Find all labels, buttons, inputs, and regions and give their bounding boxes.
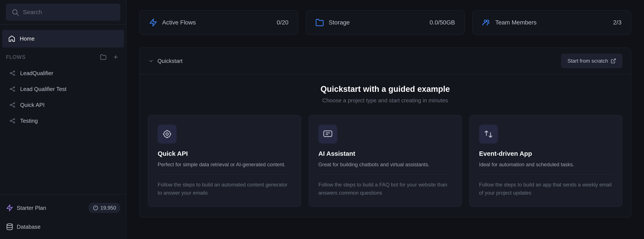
svg-marker-29: [150, 19, 156, 26]
flow-icon: [9, 117, 16, 124]
main-content: Active Flows 0/20 Storage 0.0/50GB: [126, 0, 644, 239]
template-divider: [479, 174, 613, 175]
stat-value: 0/20: [277, 19, 288, 26]
stat-card-storage: Storage 0.0/50GB: [306, 10, 464, 35]
stat-card-team-members: Team Members 2/3: [472, 10, 631, 35]
template-card-event-driven[interactable]: Event-driven App Ideal for automation an…: [470, 115, 622, 207]
plan-label: Starter Plan: [17, 205, 46, 211]
flow-item-quick-api[interactable]: Quick API: [3, 97, 123, 113]
template-desc-long: Follow the steps to build an automated c…: [158, 181, 291, 197]
svg-marker-24: [7, 205, 12, 211]
flows-section: Flows: [0, 48, 126, 131]
svg-line-32: [613, 59, 616, 61]
flow-name: Quick API: [20, 102, 44, 108]
quickstart-section-label: Quickstart: [158, 58, 182, 64]
database-item[interactable]: Database: [3, 219, 123, 235]
database-label: Database: [17, 223, 40, 230]
svg-line-8: [11, 73, 14, 74]
quickstart-title: Quickstart with a guided example: [148, 85, 622, 94]
svg-rect-39: [324, 131, 332, 137]
svg-line-23: [11, 121, 14, 122]
template-icon-box: [479, 125, 498, 144]
template-card-ai-assistant[interactable]: AI Assistant Great for building chatbots…: [309, 115, 462, 207]
svg-point-6: [14, 74, 14, 75]
flows-label: Flows: [6, 54, 26, 60]
template-card-quick-api[interactable]: Quick API Perfect for simple data retrie…: [148, 115, 301, 207]
svg-point-28: [7, 224, 12, 226]
svg-point-15: [14, 103, 14, 104]
template-title: Event-driven App: [479, 150, 613, 157]
template-desc-long: Follow the steps to build a FAQ bot for …: [318, 181, 452, 197]
chat-icon: [323, 129, 333, 139]
credits-value: 19,950: [100, 205, 116, 211]
folder-stat-icon: [315, 18, 324, 27]
flow-item-lead-qualifier-test[interactable]: Lead Qualifier Test: [3, 81, 123, 97]
bolt-stat-icon: [149, 18, 158, 27]
flow-name: Lead Qualifier Test: [20, 86, 66, 92]
quickstart-section: Quickstart Start from scratch Quickstart…: [139, 48, 631, 217]
svg-line-1: [17, 14, 18, 16]
flow-name: LeadQualifier: [20, 70, 53, 77]
plan-item[interactable]: Starter Plan 19,950: [3, 199, 123, 217]
flow-item-lead-qualifier[interactable]: LeadQualifier: [3, 65, 123, 81]
flow-icon: [9, 86, 16, 92]
quickstart-toggle-button[interactable]: Quickstart: [148, 58, 182, 64]
flow-name: Testing: [20, 118, 38, 124]
folder-icon: [100, 54, 106, 60]
svg-point-14: [10, 104, 11, 105]
sidebar-item-home[interactable]: Home: [2, 30, 124, 47]
stat-left: Storage: [315, 18, 350, 27]
template-desc-long: Follow the steps to build an app that se…: [479, 181, 613, 197]
svg-point-20: [14, 118, 14, 120]
flow-item-testing[interactable]: Testing: [3, 113, 123, 129]
stat-value: 0.0/50GB: [430, 19, 455, 26]
stat-left: Active Flows: [149, 18, 196, 27]
home-label: Home: [20, 35, 34, 42]
svg-point-16: [14, 106, 14, 107]
svg-line-12: [11, 88, 14, 89]
stat-label: Active Flows: [162, 19, 196, 26]
flows-folder-button[interactable]: [99, 53, 108, 62]
stat-label: Team Members: [495, 19, 537, 26]
svg-point-4: [10, 73, 11, 74]
database-icon: [6, 223, 13, 230]
credits-icon: [93, 205, 98, 211]
template-desc-short: Perfect for simple data retrieval or AI-…: [158, 161, 291, 168]
search-bar: Search: [0, 0, 126, 25]
svg-line-17: [11, 103, 14, 104]
svg-line-18: [11, 105, 14, 106]
stat-value: 2/3: [613, 19, 622, 26]
svg-point-10: [14, 87, 14, 88]
svg-point-33: [164, 131, 170, 138]
users-stat-icon: [482, 18, 490, 27]
template-icon-box: [158, 125, 176, 144]
search-input[interactable]: Search: [6, 4, 120, 21]
search-icon: [11, 8, 19, 16]
sidebar-nav: Home Flows: [0, 25, 126, 194]
stat-label: Storage: [329, 19, 350, 26]
svg-point-31: [486, 20, 489, 22]
svg-point-9: [10, 88, 11, 89]
svg-point-30: [484, 20, 486, 22]
svg-point-11: [14, 90, 14, 91]
template-icon-box: [318, 125, 337, 144]
flow-icon: [9, 101, 16, 108]
svg-line-13: [11, 89, 14, 90]
stats-row: Active Flows 0/20 Storage 0.0/50GB: [139, 10, 631, 35]
credits-badge: 19,950: [89, 203, 120, 213]
start-scratch-label: Start from scratch: [568, 58, 608, 64]
svg-line-7: [11, 72, 14, 73]
search-placeholder: Search: [23, 9, 42, 16]
start-from-scratch-button[interactable]: Start from scratch: [561, 54, 622, 68]
plan-left: Starter Plan: [6, 204, 46, 211]
flows-actions: [99, 53, 120, 62]
stat-left: Team Members: [482, 18, 537, 27]
flows-add-button[interactable]: [111, 53, 120, 62]
svg-line-22: [11, 119, 14, 120]
flow-icon: [9, 70, 16, 77]
template-desc-short: Great for building chatbots and virtual …: [318, 161, 452, 168]
template-title: Quick API: [158, 150, 291, 157]
chevron-down-icon: [148, 58, 154, 64]
svg-point-19: [10, 120, 11, 121]
sidebar-bottom: Starter Plan 19,950 Database: [0, 194, 126, 239]
